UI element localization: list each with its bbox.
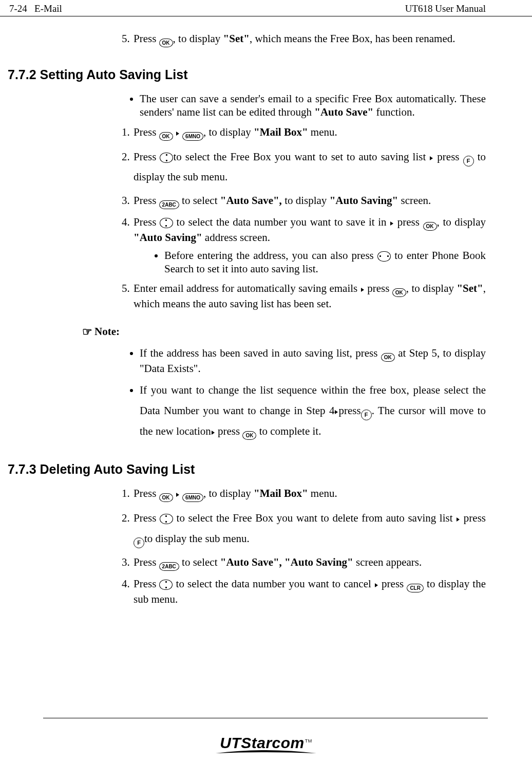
note-heading: ☞Note: <box>82 325 486 339</box>
text: menu. <box>308 487 337 499</box>
text: to display the sub menu. <box>144 532 250 545</box>
footer-rule <box>43 718 488 718</box>
text: Before entering the address, you can als… <box>164 249 377 262</box>
arrow-icon <box>176 132 179 136</box>
text: to complete it. <box>256 425 321 437</box>
text: Press <box>134 216 160 228</box>
f-key-icon: F <box>361 410 372 420</box>
step-1: Press OK 6MNO, to display "Mail Box" men… <box>132 125 486 141</box>
header-right: UT618 User Manual <box>405 3 486 15</box>
ok-key-icon: OK <box>381 353 395 362</box>
text: press <box>338 404 360 417</box>
text: Press <box>134 32 159 45</box>
text: Press <box>134 194 159 207</box>
arrow-icon <box>390 221 393 226</box>
text: to select the data number you want to ca… <box>173 578 374 590</box>
step-4: Press to select the data number you want… <box>132 215 486 275</box>
note-bullets: If the address has been saved in auto sa… <box>118 346 486 442</box>
text: Note: <box>94 325 120 338</box>
six-key-icon: 6MNO <box>182 493 203 502</box>
f-key-icon: F <box>134 537 144 548</box>
intro-bullets: The user can save a sender's email to a … <box>118 92 486 119</box>
text: press <box>365 282 392 294</box>
arrow-icon <box>335 410 338 414</box>
text: press <box>394 216 423 228</box>
text: , to display <box>437 216 486 228</box>
step-3: Press 2ABC to select "Auto Save", "Auto … <box>132 555 486 571</box>
ok-key-icon: OK <box>392 288 406 297</box>
nav-key-icon <box>377 251 391 262</box>
step-4-sub-item: Before entering the address, you can als… <box>164 249 486 276</box>
step-4: Press to select the data number you want… <box>132 577 486 606</box>
step-1: Press OK 6MNO, to display "Mail Box" men… <box>132 487 486 502</box>
nav-key-icon <box>160 218 173 228</box>
text: "Auto Saving" <box>134 231 202 244</box>
text: If the address has been saved in auto sa… <box>140 347 381 359</box>
text: Press <box>134 126 159 138</box>
note-1: If the address has been saved in auto sa… <box>140 346 486 375</box>
ok-key-icon: OK <box>423 222 437 231</box>
step-5-top: Press OK, to display "Set", which means … <box>132 32 486 47</box>
header-left: 7-24 E-Mail <box>9 3 62 15</box>
brand-logo: UTStarcomTM <box>0 733 532 755</box>
arrow-icon <box>212 431 215 435</box>
text: , to display <box>173 32 223 45</box>
text: Press <box>134 512 160 524</box>
text: to display <box>282 194 330 207</box>
steps-772: Press OK 6MNO, to display "Mail Box" men… <box>118 125 486 311</box>
text: press <box>215 425 243 437</box>
text: "Set" <box>223 32 250 45</box>
text: Press <box>134 151 160 163</box>
text: The user can save a sender's email to a … <box>140 92 486 118</box>
text: "Auto Save" <box>314 106 373 118</box>
section-7-7-2-heading: 7.7.2 Setting Auto Saving List <box>0 67 532 83</box>
text: "Set" <box>457 282 483 294</box>
step-5: Enter email address for automatically sa… <box>132 282 486 310</box>
text: , to display <box>203 487 254 499</box>
step-2: Press to select the Free Box you want to… <box>132 147 486 188</box>
text: Press <box>134 578 159 590</box>
two-key-icon: 2ABC <box>159 562 179 571</box>
text: , to display <box>203 126 254 138</box>
arrow-icon <box>375 583 378 587</box>
ok-key-icon: OK <box>242 431 256 440</box>
text: screen appears. <box>353 556 422 568</box>
note-2: If you want to change the list sequence … <box>140 380 486 442</box>
step-4-sub: Before entering the address, you can als… <box>154 249 486 276</box>
text: to select the data number you want to sa… <box>173 216 390 228</box>
step-list-top: Press OK, to display "Set", which means … <box>118 32 486 47</box>
pointer-icon: ☞ <box>82 325 92 338</box>
text: press <box>378 578 407 590</box>
text: Press <box>134 487 159 499</box>
text: address screen. <box>202 231 270 244</box>
nav-key-icon <box>159 580 173 590</box>
ok-key-icon: OK <box>159 132 173 141</box>
arrow-icon <box>430 156 433 160</box>
ok-key-icon: OK <box>159 39 173 47</box>
nav-key-icon <box>160 514 173 524</box>
clr-key-icon: CLR <box>407 584 424 592</box>
steps-773: Press OK 6MNO, to display "Mail Box" men… <box>118 487 486 606</box>
text: "Auto Save", <box>220 194 282 207</box>
text: to select <box>179 194 220 207</box>
brand-text: UTStarcomTM <box>220 734 312 751</box>
text: Press <box>134 556 159 568</box>
arrow-icon <box>176 493 179 497</box>
arrow-icon <box>457 517 460 522</box>
text: screen. <box>398 194 431 207</box>
text: function. <box>373 106 414 118</box>
step-3: Press 2ABC to select "Auto Save", to dis… <box>132 194 486 209</box>
text: to select <box>179 556 220 568</box>
text: press <box>460 512 486 524</box>
six-key-icon: 6MNO <box>182 132 203 141</box>
text: "Mail Box" <box>254 487 308 499</box>
nav-key-icon <box>160 153 173 163</box>
text: Enter email address for automatically sa… <box>134 282 360 294</box>
text: , which means the Free Box, has been ren… <box>250 32 455 45</box>
text: press <box>433 151 463 163</box>
intro-bullet: The user can save a sender's email to a … <box>140 92 486 119</box>
text: "Mail Box" <box>254 126 308 138</box>
text: menu. <box>308 126 337 138</box>
arrow-icon <box>361 288 364 292</box>
text: to select the Free Box you want to set t… <box>173 151 429 163</box>
